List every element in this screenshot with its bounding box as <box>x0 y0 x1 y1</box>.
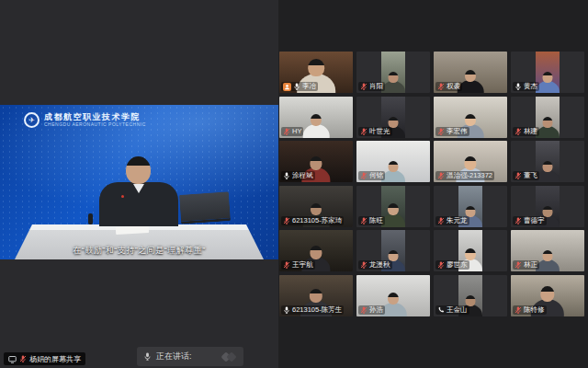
mic-muted-icon <box>437 261 445 269</box>
participant-silhouette-head <box>388 293 399 305</box>
participant-name-label: 廖世东 <box>435 260 469 270</box>
participant-silhouette-head <box>311 114 322 126</box>
participant-tile[interactable]: 6213105-陈芳生 <box>279 275 353 316</box>
participant-name: 温治强-213372 <box>447 171 492 180</box>
participant-silhouette-head <box>465 248 476 260</box>
participant-silhouette-head <box>388 203 399 215</box>
participant-name: HY <box>292 127 301 136</box>
mic-on-icon <box>293 83 300 90</box>
mic-on-icon <box>514 83 522 90</box>
participant-name-label: HY <box>281 127 303 136</box>
lapel-pin <box>121 195 124 198</box>
participant-name: 曹德宇 <box>524 216 545 225</box>
participant-silhouette-head <box>540 286 554 302</box>
participant-name-label: 6213105-陈芳生 <box>281 305 344 315</box>
participant-name: 权袭 <box>447 82 460 91</box>
mic-on-icon <box>283 172 290 179</box>
participant-tile[interactable]: 李宏伟 <box>434 97 507 138</box>
participant-silhouette-head <box>389 161 399 172</box>
participant-silhouette-head <box>465 70 476 82</box>
participant-grid-panel[interactable]: 李冶肖阳权袭黄杰HY叶世光李宏伟林建涂程斌何铭温治强-213372董飞62131… <box>278 0 588 368</box>
participant-tile[interactable]: 陈旺 <box>356 186 430 227</box>
participant-name-label: 何铭 <box>358 171 385 180</box>
participant-name: 黄杰 <box>524 82 537 91</box>
screen-share-banner: 杨娟的屏幕共享 <box>4 352 85 365</box>
participant-name-label: 曹德宇 <box>513 216 547 225</box>
mic-muted-icon <box>514 217 522 224</box>
participant-name-label: 黄杰 <box>513 82 539 91</box>
participant-name-label: 王宇航 <box>281 260 315 270</box>
participant-name-label: 陈特修 <box>513 305 547 315</box>
participant-name-label: 林建 <box>513 127 539 136</box>
screen-share-banner-text: 杨娟的屏幕共享 <box>29 354 81 364</box>
participant-tile[interactable]: 陈特修 <box>511 275 584 316</box>
school-emblem-icon: ✈ <box>24 112 40 128</box>
participant-name: 林建 <box>524 127 537 136</box>
participant-tile[interactable]: 林建 <box>511 97 584 138</box>
participant-tile[interactable]: 林正 <box>511 230 584 271</box>
participant-tile[interactable]: 权袭 <box>434 52 507 93</box>
lecturer-collar <box>133 184 144 193</box>
main-speaker-video[interactable]: ✈ 成都航空职业技术学院 CHENGDU AERONAUTIC POLYTECH… <box>0 105 278 259</box>
participant-tile[interactable]: 龙漫秋 <box>356 230 430 271</box>
participant-tile[interactable]: 涂程斌 <box>279 141 353 182</box>
participant-name: 陈特修 <box>524 305 545 315</box>
participant-tile[interactable]: 何铭 <box>356 141 430 182</box>
main-stage-panel: ✈ 成都航空职业技术学院 CHENGDU AERONAUTIC POLYTECH… <box>0 0 278 368</box>
participant-silhouette-head <box>543 206 553 217</box>
participant-silhouette-head <box>308 59 324 76</box>
desk-microphone <box>88 213 93 224</box>
host-badge-icon <box>283 83 291 91</box>
mic-muted-icon <box>360 217 368 224</box>
participant-name: 李宏伟 <box>447 127 468 136</box>
mic-muted-icon <box>283 261 290 269</box>
mic-muted-icon <box>360 261 368 269</box>
mic-muted-icon <box>360 306 368 314</box>
participant-name: 孙浩 <box>369 305 383 315</box>
participant-tile[interactable]: 黄杰 <box>511 52 584 93</box>
mic-muted-icon <box>360 83 368 90</box>
participant-tile[interactable]: 廖世东 <box>434 230 507 271</box>
participant-tile[interactable]: 董飞 <box>511 141 584 182</box>
participant-tile[interactable]: 孙浩 <box>356 275 430 316</box>
participant-tile[interactable]: 肖阳 <box>356 52 430 93</box>
participant-tile[interactable]: 朱元龙 <box>434 186 507 227</box>
mic-muted-icon <box>360 128 368 135</box>
participant-tile[interactable]: 温治强-213372 <box>434 141 507 182</box>
participant-name: 肖阳 <box>369 82 383 91</box>
participant-silhouette-head <box>389 117 399 128</box>
speaking-indicator-label: 正在讲话: <box>156 351 192 362</box>
participant-silhouette-body <box>303 124 330 137</box>
speaking-mic-icon <box>143 351 152 362</box>
participant-name: 王宇航 <box>292 260 313 270</box>
participant-name-label: 涂程斌 <box>281 171 315 180</box>
participant-silhouette-head <box>389 72 399 83</box>
participant-tile[interactable]: 叶世光 <box>356 97 430 138</box>
participant-name-label: 权袭 <box>435 82 462 91</box>
participant-name-label: 朱元龙 <box>435 216 469 225</box>
participant-tile[interactable]: 王宇航 <box>279 230 353 271</box>
participant-tile[interactable]: HY <box>279 97 353 138</box>
participant-name: 涂程斌 <box>292 171 313 180</box>
participant-name: 廖世东 <box>447 260 468 270</box>
screen-share-icon <box>8 355 17 363</box>
participant-tile[interactable]: 曹德宇 <box>511 186 584 227</box>
participant-silhouette-head <box>466 206 476 217</box>
participant-name: 李冶 <box>302 82 316 91</box>
participant-tile[interactable]: 王金山 <box>434 275 507 316</box>
phone-audio-icon <box>437 306 445 314</box>
school-name-latin: CHENGDU AERONAUTIC POLYTECHNIC <box>44 122 146 128</box>
laptop <box>179 191 231 224</box>
mic-muted-icon <box>283 128 290 135</box>
participant-name-label: 林正 <box>513 260 539 270</box>
participant-name: 龙漫秋 <box>369 260 390 270</box>
participant-tile[interactable]: 6213105-苏家琦 <box>279 186 353 227</box>
participant-name: 林正 <box>524 260 537 270</box>
participant-silhouette-head <box>543 250 553 261</box>
participant-name-label: 孙浩 <box>358 305 385 315</box>
mic-muted-icon <box>514 306 522 314</box>
participant-name-label: 李冶 <box>281 82 318 91</box>
live-caption: 在“鼓励”和“支持”之间是“理解尊重” <box>0 245 278 257</box>
participant-tile[interactable]: 李冶 <box>279 52 353 93</box>
mic-muted-icon <box>514 172 522 179</box>
